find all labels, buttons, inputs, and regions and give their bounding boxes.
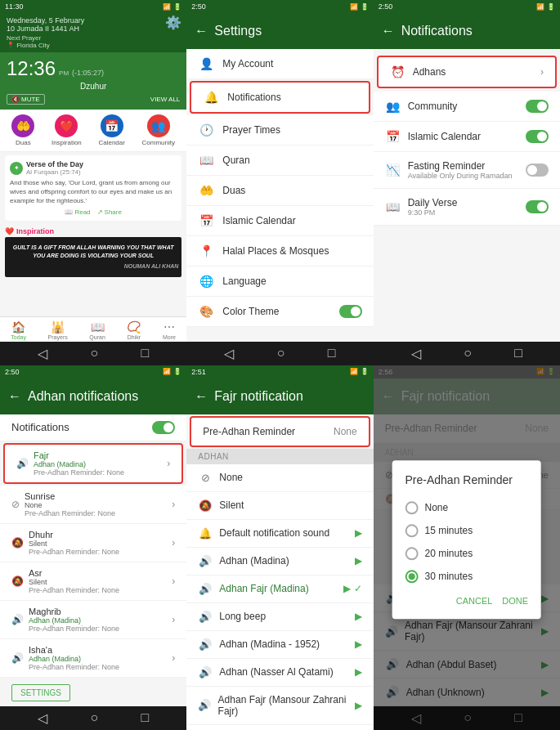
- back-arrow-2[interactable]: ←: [195, 24, 208, 38]
- back-icon-4[interactable]: ◁: [38, 710, 47, 726]
- radio-30min[interactable]: [405, 570, 418, 583]
- back-icon-2[interactable]: ◁: [224, 346, 234, 361]
- beep-play-icon[interactable]: ▶: [355, 611, 362, 622]
- settings-duas[interactable]: 🤲 Duas: [186, 176, 373, 206]
- settings-link-button[interactable]: SETTINGS: [11, 684, 70, 701]
- madina1952-play-icon[interactable]: ▶: [355, 638, 362, 650]
- adhan-isha[interactable]: 🔊 Isha'a Adhan (Madina) Pre-Adhan Remind…: [0, 639, 186, 678]
- mansour-play-icon[interactable]: ▶: [355, 700, 362, 711]
- done-button[interactable]: DONE: [502, 596, 528, 606]
- status-time-1: 11:30: [5, 2, 24, 11]
- isha-chevron: ›: [172, 652, 175, 664]
- back-arrow-3[interactable]: ←: [382, 24, 395, 38]
- notif-fasting[interactable]: 📉 Fasting Reminder Available Only During…: [374, 152, 560, 189]
- settings-prayer-times[interactable]: 🕐 Prayer Times: [186, 115, 373, 146]
- adhan-fajr[interactable]: 🔊 Fajr Adhan (Madina) Pre-Adhan Reminder…: [3, 443, 183, 484]
- option-default[interactable]: 🔔 Default notification sound ▶: [186, 520, 373, 548]
- home-icon-2[interactable]: ○: [277, 346, 285, 361]
- option-madina-1952[interactable]: 🔊 Adhan (Madina - 1952) ▶: [186, 631, 373, 659]
- madina-play-icon[interactable]: ▶: [355, 555, 362, 567]
- calendar-icon: 📅: [198, 214, 214, 227]
- madina1952-icon: 🔊: [198, 638, 213, 651]
- option-baset[interactable]: 🔊 Adhan (Abdul Baset) ▶: [186, 725, 373, 731]
- home-icon-4[interactable]: ○: [90, 710, 98, 726]
- option-long-beep[interactable]: 🔊 Long beep ▶: [186, 603, 373, 631]
- next-prayer-label: Next Prayer: [7, 34, 50, 42]
- read-button[interactable]: 📖 Read: [65, 208, 90, 216]
- dialog-option-30min[interactable]: 30 minutes: [405, 565, 528, 588]
- recents-icon-4[interactable]: □: [141, 710, 149, 726]
- pre-adhan-row[interactable]: Pre-Adhan Reminder None: [190, 416, 370, 447]
- radio-none[interactable]: [405, 501, 418, 514]
- nav-quran[interactable]: 📖 Quran: [89, 320, 105, 340]
- dialog-option-15min[interactable]: 15 minutes: [405, 519, 528, 542]
- nav-inspiration[interactable]: ❤️ Inspiration: [52, 114, 82, 146]
- nav-dhikr[interactable]: 📿 Dhikr: [127, 320, 141, 340]
- notif-adhans[interactable]: ⏰ Adhans ›: [377, 56, 557, 88]
- settings-language[interactable]: 🌐 Language: [186, 266, 373, 297]
- share-button[interactable]: ↗ Share: [97, 208, 122, 216]
- back-icon-1[interactable]: ◁: [38, 346, 47, 361]
- notif-community[interactable]: 👥 Community: [374, 92, 560, 122]
- settings-islamic-cal[interactable]: 📅 Islamic Calendar: [186, 206, 373, 236]
- option-nasser[interactable]: 🔊 Adhan (Nasser Al Qatami) ▶: [186, 659, 373, 687]
- clock-icon: 🕐: [198, 123, 214, 137]
- daily-verse-toggle[interactable]: [526, 200, 549, 213]
- option-adhan-fajr-madina[interactable]: 🔊 Adhan Fajr (Madina) ▶ ✓: [186, 575, 373, 603]
- nav-duas[interactable]: 🤲 Duas: [11, 114, 34, 146]
- adhan-maghrib[interactable]: 🔊 Maghrib Adhan (Madina) Pre-Adhan Remin…: [0, 601, 186, 639]
- settings-quran[interactable]: 📖 Quran: [186, 146, 373, 176]
- mute-button[interactable]: 🔇MUTE: [7, 94, 45, 105]
- dialog-option-none[interactable]: None: [405, 496, 528, 519]
- nav-prayers[interactable]: 🕌 Prayers: [48, 320, 68, 340]
- option-mansour[interactable]: 🔊 Adhan Fajr (Mansour Zahrani Fajr) ▶: [186, 687, 373, 725]
- fajr-madina-play-icon[interactable]: ▶: [343, 583, 351, 594]
- view-all-button[interactable]: VIEW ALL: [150, 96, 180, 103]
- pre-adhan-value: None: [334, 426, 357, 437]
- back-icon-3[interactable]: ◁: [411, 346, 421, 361]
- option-silent[interactable]: 🔕 Silent: [186, 492, 373, 520]
- back-arrow-4[interactable]: ←: [8, 389, 21, 404]
- adhan-dhuhr[interactable]: 🔕 Dhuhr Silent Pre-Adhan Reminder: None …: [0, 524, 186, 562]
- prayer-offset: (-1:05:27): [72, 69, 104, 77]
- main-notif-toggle[interactable]: [152, 421, 175, 434]
- status-bar-2: 2:50 📶🔋: [186, 0, 373, 13]
- notif-toggle-row[interactable]: Notifications: [0, 414, 186, 441]
- nav-community[interactable]: 👥 Community: [142, 114, 175, 146]
- status-bar-4: 2:50 📶🔋: [0, 365, 186, 378]
- recents-icon-3[interactable]: □: [514, 346, 522, 361]
- panel-notifications: 2:50 📶🔋 ← Notifications ⏰ Adhans › 👥 Com…: [374, 0, 560, 365]
- home-icon-1[interactable]: ○: [90, 346, 98, 361]
- panel-settings: 2:50 📶🔋 ← Settings 👤 My Account 🔔 Notifi…: [186, 0, 373, 365]
- community-toggle[interactable]: [526, 100, 549, 113]
- recents-icon-2[interactable]: □: [328, 346, 336, 361]
- settings-gear-icon[interactable]: ⚙️: [165, 15, 181, 30]
- islamic-cal-toggle[interactable]: [526, 130, 549, 143]
- status-time-4: 2:50: [5, 368, 20, 376]
- fasting-toggle[interactable]: [526, 163, 549, 177]
- notif-islamic-cal[interactable]: 📅 Islamic Calendar: [374, 122, 560, 152]
- radio-15min[interactable]: [405, 524, 418, 537]
- option-adhan-madina[interactable]: 🔊 Adhan (Madina) ▶: [186, 548, 373, 575]
- dialog-option-20min[interactable]: 20 minutes: [405, 542, 528, 565]
- adhan-asr[interactable]: 🔕 Asr Silent Pre-Adhan Reminder: None ›: [0, 562, 186, 601]
- recents-icon-1[interactable]: □: [141, 346, 149, 361]
- settings-halal[interactable]: 📍 Halal Places & Mosques: [186, 236, 373, 266]
- nav-calendar[interactable]: 📅 Calendar: [98, 114, 124, 146]
- option-none[interactable]: ⊘ None: [186, 464, 373, 492]
- back-arrow-5[interactable]: ←: [195, 389, 208, 404]
- nav-more[interactable]: ⋯ More: [163, 320, 176, 340]
- nasser-play-icon[interactable]: ▶: [355, 666, 362, 678]
- default-play-icon[interactable]: ▶: [355, 527, 362, 539]
- settings-my-account[interactable]: 👤 My Account: [186, 49, 373, 79]
- settings-color-theme[interactable]: 🎨 Color Theme: [186, 297, 373, 327]
- home-icon-3[interactable]: ○: [464, 346, 472, 361]
- adhan-sunrise[interactable]: ⊘ Sunrise None Pre-Adhan Reminder: None …: [0, 486, 186, 524]
- radio-20min[interactable]: [405, 547, 418, 560]
- settings-notifications[interactable]: 🔔 Notifications: [190, 81, 370, 114]
- notif-daily-verse[interactable]: 📖 Daily Verse 9:30 PM: [374, 189, 560, 226]
- theme-toggle[interactable]: [339, 305, 362, 318]
- nav-today[interactable]: 🏠 Today: [11, 320, 26, 340]
- cancel-button[interactable]: CANCEL: [456, 596, 493, 606]
- adhan-section-header: Adhan: [186, 449, 373, 464]
